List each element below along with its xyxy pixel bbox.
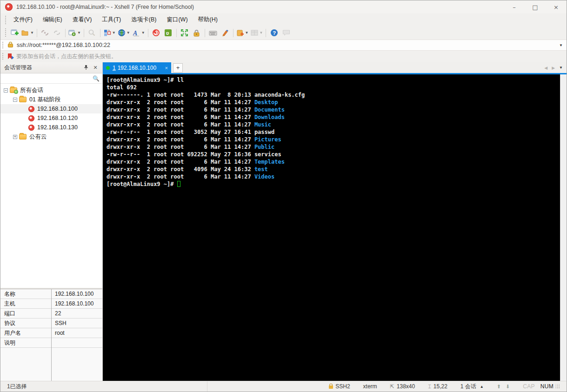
tree-item-session-130[interactable]: 192.168.10.130 — [0, 123, 102, 132]
menu-view[interactable]: 查看(V) — [67, 13, 97, 26]
toolbar-separator — [37, 29, 37, 37]
menu-file[interactable]: 文件(F) — [8, 13, 38, 26]
folder-icon — [19, 134, 27, 140]
connected-dot-icon — [106, 66, 110, 70]
menu-help[interactable]: 帮助(H) — [193, 13, 223, 26]
minimize-button[interactable]: – — [504, 0, 525, 13]
toolbar-grip[interactable] — [5, 28, 7, 37]
info-bar-text: 要添加当前会话，点击左侧的箭头按钮。 — [16, 53, 117, 60]
address-input[interactable]: ssh://root:******@192.168.10.100:22 — [17, 42, 555, 48]
layout-button[interactable]: ▼ — [102, 27, 117, 39]
help-button[interactable]: ? — [268, 27, 280, 39]
session-search-row: 🔍 — [0, 73, 102, 84]
close-button[interactable]: × — [546, 0, 567, 13]
fullscreen-icon — [180, 29, 188, 37]
highlight-button[interactable] — [219, 27, 231, 39]
encryption-status: SSH2 — [322, 383, 356, 390]
download-arrow-icon[interactable]: ⬇ — [506, 384, 510, 390]
tree-item-session-120[interactable]: 192.168.10.120 — [0, 113, 102, 123]
layout-icon — [103, 29, 111, 37]
session-tree: − 所有会话 − 01 基础阶段 192.168.10.100 192.168.… — [0, 84, 102, 288]
addressbar-grip[interactable] — [2, 41, 4, 48]
tab-list-dropdown-icon[interactable]: ▼ — [559, 66, 563, 70]
status-bar: 1已选择 SSH2 xterm ⇱ 138x40 ⌶ 15,22 1 会话 ▲ … — [0, 381, 567, 392]
infobar-grip[interactable] — [2, 53, 4, 61]
caps-lock-indicator: CAP — [523, 383, 535, 390]
find-icon — [88, 29, 96, 37]
new-tab-button[interactable]: + — [173, 63, 183, 73]
lock-icon — [193, 29, 200, 37]
tree-item-session-100[interactable]: 192.168.10.100 — [0, 104, 102, 113]
root-folder-icon — [10, 87, 17, 93]
menu-edit[interactable]: 编辑(E) — [38, 13, 67, 26]
reconnect-icon — [53, 29, 61, 37]
expand-icon[interactable]: + — [13, 135, 17, 139]
window-resize-grip[interactable] — [555, 384, 560, 389]
chevron-down-icon: ▼ — [141, 31, 145, 35]
terminal-output[interactable]: [root@AlmaLinux9 ~]# lltotal 692-rw-----… — [103, 74, 560, 381]
new-file-icon — [236, 29, 244, 37]
open-session-button[interactable]: ▼ — [20, 27, 35, 39]
chevron-down-icon: ▼ — [77, 31, 81, 35]
terminal-scrollbar[interactable] — [560, 74, 567, 381]
menu-window[interactable]: 窗口(W) — [161, 13, 193, 26]
lock-screen-button[interactable] — [191, 27, 203, 39]
upload-arrow-icon[interactable]: ⬆ — [497, 384, 501, 390]
menubar-grip[interactable] — [5, 15, 7, 24]
open-folder-icon — [21, 29, 29, 36]
window-title: 192.168.10.100 - root@AlmaLinux9:~ - Xsh… — [16, 4, 194, 10]
tab-scroll-left-icon[interactable]: ◀ — [544, 66, 547, 70]
menu-tools[interactable]: 工具(T) — [97, 13, 126, 26]
menu-tab[interactable]: 选项卡(B) — [126, 13, 161, 26]
font-button[interactable]: A▼ — [131, 27, 146, 39]
pin-icon[interactable] — [82, 65, 90, 71]
title-bar: 192.168.10.100 - root@AlmaLinux9:~ - Xsh… — [0, 0, 567, 13]
transfer-grid-icon — [251, 29, 259, 36]
new-session-button[interactable] — [8, 27, 20, 39]
session-properties-button[interactable]: ▼ — [67, 27, 82, 39]
tree-item-folder-cloud[interactable]: + 公有云 — [0, 132, 102, 141]
collapse-icon[interactable]: − — [4, 88, 8, 93]
session-icon — [28, 115, 34, 121]
xshell-icon — [152, 29, 160, 37]
add-session-flag-icon[interactable] — [8, 53, 13, 60]
terminal-size-status: ⇱ 138x40 — [384, 383, 422, 390]
maximize-button[interactable]: □ — [525, 0, 546, 13]
fullscreen-button[interactable] — [179, 27, 191, 39]
session-icon — [28, 125, 34, 131]
tab-scroll-right-icon[interactable]: ▶ — [552, 66, 555, 70]
address-dropdown-icon[interactable]: ▼ — [555, 43, 567, 47]
new-file-button[interactable]: ▼ — [235, 27, 250, 39]
toolbar-separator — [100, 29, 100, 37]
virtual-keyboard-button[interactable] — [207, 27, 219, 39]
encoding-globe-button[interactable]: ▼ — [117, 27, 131, 39]
close-panel-icon[interactable]: ✕ — [91, 65, 100, 71]
new-session-icon — [11, 29, 19, 37]
disconnect-button — [39, 27, 51, 39]
lock-icon — [329, 385, 333, 389]
font-icon: A — [132, 29, 140, 37]
tab-bar: 1192.168.10.100 × + ◀ ▶ ▼ — [103, 62, 567, 73]
keyboard-icon — [209, 30, 217, 36]
svg-text:A: A — [133, 30, 137, 37]
xftp-icon: ʋ — [164, 29, 172, 37]
help-icon: ? — [270, 29, 278, 37]
tree-item-all-sessions[interactable]: − 所有会话 — [0, 86, 102, 95]
encoding-globe-icon — [118, 29, 126, 37]
collapse-icon[interactable]: − — [13, 98, 17, 102]
session-search-input[interactable] — [0, 73, 93, 83]
highlight-pen-icon — [221, 29, 229, 37]
chevron-up-icon: ▲ — [480, 385, 484, 389]
tree-item-folder-basic[interactable]: − 01 基础阶段 — [0, 95, 102, 104]
address-bar: ssh://root:******@192.168.10.100:22 ▼ — [0, 40, 567, 51]
session-properties-grid: 名称 192.168.10.100 主机 192.168.10.100 端口 2… — [0, 289, 102, 381]
tab-active-session[interactable]: 1192.168.10.100 × — [103, 62, 171, 73]
session-count-status[interactable]: 1 会话 ▲ — [454, 383, 490, 391]
tab-close-icon[interactable]: × — [165, 65, 168, 71]
xftp-button[interactable]: ʋ — [162, 27, 174, 39]
menu-bar: 文件(F) 编辑(E) 查看(V) 工具(T) 选项卡(B) 窗口(W) 帮助(… — [0, 13, 567, 26]
xshell-button[interactable] — [150, 27, 162, 39]
toolbar-separator — [65, 29, 66, 37]
disconnect-icon — [41, 29, 49, 37]
toolbar-separator — [176, 29, 177, 37]
